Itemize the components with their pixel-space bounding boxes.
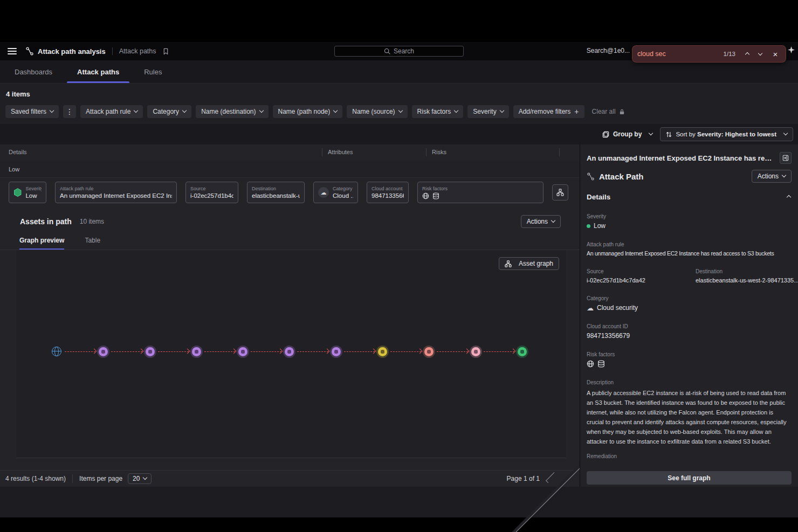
items-per-page-select[interactable]: 20 — [128, 473, 152, 484]
asset-tree-icon — [505, 260, 512, 267]
filter-name-destination[interactable]: Name (destination) — [196, 105, 268, 118]
next-page-button[interactable] — [562, 473, 574, 485]
source-card[interactable]: Source i-02ec257d1b4c7d... — [185, 182, 238, 203]
chevron-left-icon — [546, 472, 556, 483]
tab-rules[interactable]: Rules — [144, 60, 162, 83]
sort-by-control[interactable]: Sort by Severity: Highest to lowest — [660, 127, 793, 141]
globe-icon — [587, 360, 594, 368]
sort-icon — [666, 132, 672, 137]
asset-node-2[interactable] — [146, 347, 155, 356]
column-risks: Risks — [432, 149, 446, 155]
asset-node-6[interactable] — [332, 347, 341, 356]
database-icon — [432, 192, 439, 199]
find-query-text[interactable]: cloud sec — [637, 50, 666, 58]
card-value: 9847133566... — [372, 192, 404, 199]
account-label[interactable]: Search@1e0... — [587, 47, 630, 54]
destination-card[interactable]: Destination elasticbeanstalk-u... — [247, 182, 305, 203]
card-label: Source — [190, 186, 233, 191]
asset-chain — [52, 347, 527, 356]
attack-edge — [158, 351, 189, 352]
card-label: Severity — [25, 186, 42, 191]
filter-severity[interactable]: Severity — [467, 105, 508, 118]
group-by-icon — [602, 131, 609, 138]
attack-edge — [484, 351, 514, 352]
primary-tab-bar: Dashboards Attack paths Rules — [0, 60, 798, 84]
find-next-button[interactable] — [755, 49, 766, 59]
filter-attack-path-rule[interactable]: Attack path rule — [80, 105, 143, 118]
chevron-up-icon — [787, 195, 791, 199]
severity-card[interactable]: Severity Low — [9, 182, 46, 203]
field-value: An unmanaged Internet Exposed EC2 Instan… — [587, 250, 792, 257]
see-full-graph-button[interactable]: See full graph — [587, 471, 792, 485]
filter-name-path-node[interactable]: Name (path node) — [273, 105, 343, 118]
filter-category[interactable]: Category — [147, 105, 191, 118]
footer-divider — [72, 474, 73, 483]
attack-edge — [251, 351, 281, 352]
add-remove-filters-button[interactable]: Add/remove filters+ — [513, 105, 584, 118]
risk-factors-card[interactable]: Risk factors — [417, 182, 544, 203]
card-label: Risk factors — [422, 186, 448, 191]
filter-label: Name (path node) — [278, 108, 331, 115]
filter-label: Risk factors — [417, 108, 451, 115]
open-graph-button[interactable] — [552, 184, 568, 201]
card-value: An unmanaged Internet Exposed EC2 Insta.… — [60, 192, 172, 199]
results-pane: Details Attributes Risks Low Severity — [0, 144, 580, 487]
severity-group-header[interactable]: Low — [0, 161, 580, 178]
chevron-down-icon — [182, 108, 187, 113]
asset-node-3[interactable] — [192, 347, 201, 356]
rule-card[interactable]: Attack path rule An unmanaged Internet E… — [55, 182, 177, 203]
asset-node-1[interactable] — [99, 347, 108, 356]
group-label: Low — [9, 166, 19, 172]
expand-panel-button[interactable] — [780, 152, 792, 164]
assets-actions-button[interactable]: Actions — [521, 215, 561, 228]
global-search-input[interactable]: Search — [334, 46, 464, 57]
asset-node-10[interactable] — [518, 347, 527, 356]
graph-preview-panel: Asset graph — [16, 250, 566, 458]
filter-name-source[interactable]: Name (source) — [347, 105, 407, 118]
panel-expand-icon — [782, 155, 789, 161]
panel-actions-button[interactable]: Actions — [752, 170, 792, 183]
header-divider — [112, 47, 113, 55]
asset-node-4[interactable] — [238, 347, 247, 356]
asset-node-5[interactable] — [285, 347, 294, 356]
category-card[interactable]: ☁ Category Cloud ... — [313, 182, 358, 203]
previous-page-button[interactable] — [545, 473, 557, 485]
asset-node-8[interactable] — [424, 347, 434, 356]
column-resizer[interactable] — [559, 148, 560, 156]
more-options-button[interactable]: ⋮ — [63, 105, 76, 118]
remediation-label: Remediation — [587, 453, 792, 459]
saved-filters-button[interactable]: Saved filters — [5, 105, 59, 118]
screenshot-stage: cloud sec 1/13 × Attack path analysis At… — [0, 0, 798, 532]
details-collapse-header[interactable]: Details — [580, 188, 798, 206]
column-resizer[interactable] — [426, 148, 426, 156]
card-label: Destination — [252, 186, 300, 191]
internet-node[interactable] — [52, 347, 61, 356]
filter-label: Name (destination) — [201, 108, 256, 115]
asset-tree-icon — [556, 189, 564, 196]
attack-edge — [390, 351, 421, 352]
filter-risk-factors[interactable]: Risk factors — [412, 105, 464, 118]
assets-in-path-header: Assets in path 10 items Actions — [0, 212, 580, 231]
asset-node-7[interactable] — [378, 347, 387, 356]
sort-prefix: Sort by — [676, 131, 695, 137]
tab-attack-paths[interactable]: Attack paths — [77, 60, 119, 83]
column-resizer[interactable] — [322, 148, 322, 156]
breadcrumb[interactable]: Attack paths — [119, 47, 156, 55]
field-value: i-02ec257d1b4c7da42 — [587, 277, 696, 284]
card-value: elasticbeanstalk-u... — [252, 192, 300, 199]
clear-all-button[interactable]: Clear all — [592, 108, 625, 115]
find-close-button[interactable]: × — [770, 49, 781, 59]
cloud-account-card[interactable]: Cloud account ID 9847133566... — [367, 182, 409, 203]
asset-node-9[interactable] — [471, 347, 480, 356]
filter-label: Severity — [473, 108, 496, 115]
asset-graph-button[interactable]: Asset graph — [499, 257, 559, 270]
menu-button[interactable] — [5, 46, 19, 57]
tab-graph-preview[interactable]: Graph preview — [19, 237, 64, 250]
card-value: i-02ec257d1b4c7d... — [190, 192, 233, 199]
group-by-label: Group by — [613, 130, 642, 138]
tab-dashboards[interactable]: Dashboards — [15, 60, 52, 83]
group-by-button[interactable]: Group by — [602, 130, 652, 138]
bookmark-icon[interactable] — [161, 46, 171, 57]
find-previous-button[interactable] — [740, 49, 751, 59]
tab-table[interactable]: Table — [85, 237, 100, 250]
